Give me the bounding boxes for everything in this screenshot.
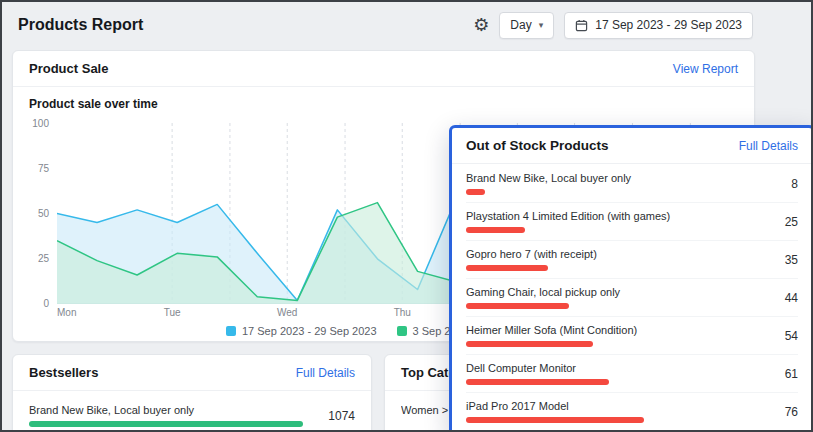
topbar-controls: ⚙ Day ▾ 17 Sep 2023 - 29 Sep 2023 (473, 12, 753, 39)
product-name: Heimer Miller Sofa (Mint Condition) (466, 324, 756, 336)
legend-swatch-icon (226, 326, 236, 336)
chart-title: Product sale over time (29, 97, 738, 111)
stock-count: 25 (768, 215, 798, 229)
bestsellers-list: Brand New Bike, Local buyer only 1074 (13, 391, 371, 432)
stock-bar (466, 227, 756, 233)
stock-count: 44 (768, 291, 798, 305)
product-sale-card-header: Product Sale View Report (13, 51, 754, 87)
product-sale-title: Product Sale (29, 61, 108, 76)
out-of-stock-panel: Out of Stock Products Full Details Brand… (449, 125, 813, 432)
legend-swatch-icon (397, 326, 407, 336)
out-of-stock-list: Brand New Bike, Local buyer only 8 Plays… (452, 164, 812, 432)
chevron-down-icon: ▾ (539, 20, 544, 30)
stock-bar (466, 265, 756, 271)
stock-bar-fill (466, 379, 609, 385)
y-axis-tick: 50 (38, 208, 49, 219)
period-select[interactable]: Day ▾ (499, 12, 554, 39)
out-of-stock-title: Out of Stock Products (466, 138, 609, 153)
out-of-stock-panel-header: Out of Stock Products Full Details (452, 128, 812, 164)
out-of-stock-full-details-link[interactable]: Full Details (739, 139, 798, 153)
out-of-stock-row: iPad Pro 2017 Model 76 (466, 393, 798, 431)
legend-item: 17 Sep 2023 - 29 Sep 2023 (226, 325, 377, 337)
stock-bar (466, 417, 756, 423)
bestsellers-card: Bestsellers Full Details Brand New Bike,… (12, 354, 372, 432)
out-of-stock-row: Playstation 4 Limited Edition (with game… (466, 203, 798, 241)
product-name: Playstation 4 Limited Edition (with game… (466, 210, 756, 222)
stock-bar-fill (466, 189, 485, 195)
stock-bar-fill (466, 265, 548, 271)
out-of-stock-row: Dell Computer Monitor 61 (466, 355, 798, 393)
out-of-stock-row: Heimer Miller Sofa (Mint Condition) 54 (466, 317, 798, 355)
stock-bar-fill (466, 341, 593, 347)
stock-count: 8 (768, 177, 798, 191)
y-axis-tick: 75 (38, 163, 49, 174)
stock-bar-fill (466, 303, 569, 309)
out-of-stock-row: Brand New Bike, Local buyer only 8 (466, 165, 798, 203)
y-axis-labels: 1007550250 (29, 118, 57, 309)
view-report-link[interactable]: View Report (673, 62, 738, 76)
legend-label: 17 Sep 2023 - 29 Sep 2023 (242, 325, 377, 337)
product-name: Brand New Bike, Local buyer only (29, 404, 303, 416)
bestsellers-card-header: Bestsellers Full Details (13, 355, 371, 391)
bestsellers-title: Bestsellers (29, 365, 98, 380)
product-name: Gaming Chair, local pickup only (466, 286, 756, 298)
product-name: Dell Computer Monitor (466, 362, 756, 374)
date-range-value: 17 Sep 2023 - 29 Sep 2023 (595, 18, 742, 32)
bestseller-row: Brand New Bike, Local buyer only 1074 (29, 397, 355, 432)
y-axis-tick: 100 (32, 118, 49, 129)
stock-bar (466, 379, 756, 385)
topbar: Products Report ⚙ Day ▾ 17 Sep 2023 - 29… (2, 2, 811, 42)
x-axis-tick: Thu (394, 307, 411, 318)
out-of-stock-row: Gopro hero 7 (with receipt) 35 (466, 241, 798, 279)
stock-count: 61 (768, 367, 798, 381)
stock-bar (466, 341, 756, 347)
stock-bar (466, 189, 756, 195)
calendar-icon (575, 19, 588, 32)
stock-count: 54 (768, 329, 798, 343)
y-axis-tick: 0 (43, 298, 49, 309)
stock-count: 35 (768, 253, 798, 267)
stock-count: 76 (768, 405, 798, 419)
page-title: Products Report (18, 16, 143, 34)
products-report-screen: Products Report ⚙ Day ▾ 17 Sep 2023 - 29… (0, 0, 813, 432)
y-axis-tick: 25 (38, 253, 49, 264)
x-axis-tick: Mon (57, 307, 76, 318)
stock-bar-fill (466, 417, 644, 423)
out-of-stock-row: Gaming Chair, local pickup only 44 (466, 279, 798, 317)
product-name: Gopro hero 7 (with receipt) (466, 248, 756, 260)
product-name: iPad Pro 2017 Model (466, 400, 756, 412)
date-range-picker[interactable]: 17 Sep 2023 - 29 Sep 2023 (564, 12, 753, 39)
stock-bar-fill (466, 227, 525, 233)
settings-gear-icon[interactable]: ⚙ (473, 16, 489, 34)
x-axis-tick: Tue (164, 307, 181, 318)
sales-count: 1074 (315, 409, 355, 423)
stock-bar (466, 303, 756, 309)
bestseller-bar-fill (29, 421, 303, 427)
sales-bar (29, 421, 303, 427)
bestsellers-full-details-link[interactable]: Full Details (296, 366, 355, 380)
period-select-value: Day (510, 18, 531, 32)
product-name: Brand New Bike, Local buyer only (466, 172, 756, 184)
x-axis-tick: Wed (277, 307, 297, 318)
